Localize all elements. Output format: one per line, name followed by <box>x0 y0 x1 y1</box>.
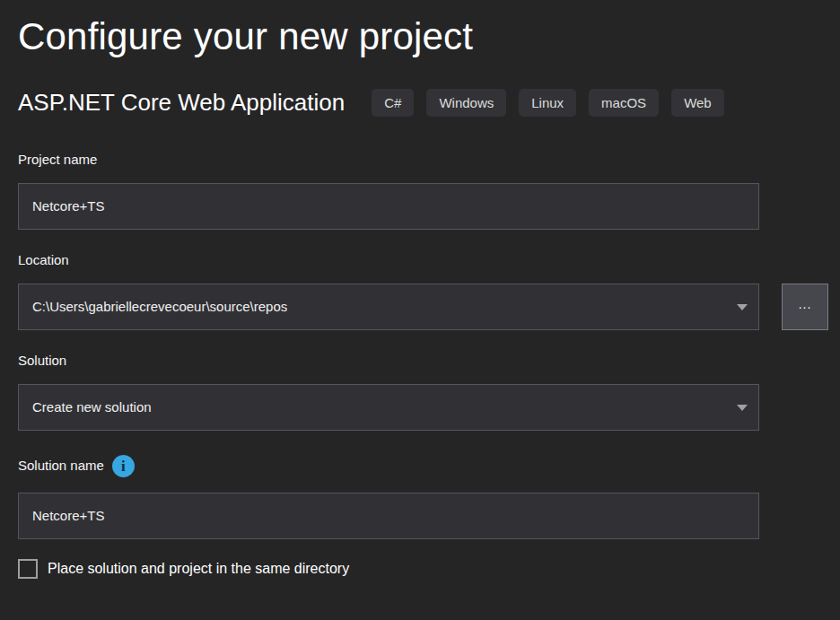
tag-csharp: C# <box>372 89 414 117</box>
same-directory-label[interactable]: Place solution and project in the same d… <box>48 561 349 577</box>
tag-web: Web <box>671 89 724 117</box>
chevron-down-icon[interactable] <box>737 304 748 310</box>
info-icon[interactable]: i <box>112 455 135 477</box>
solution-name-label: Solution name <box>18 458 104 474</box>
location-row: C:\Users\gabriellecrevecoeur\source\repo… <box>18 284 828 330</box>
template-row: ASP.NET Core Web Application C# Windows … <box>18 89 828 118</box>
location-value: C:\Users\gabriellecrevecoeur\source\repo… <box>32 299 287 314</box>
location-label: Location <box>18 252 828 268</box>
same-directory-checkbox[interactable] <box>18 559 38 579</box>
location-combobox[interactable]: C:\Users\gabriellecrevecoeur\source\repo… <box>18 284 759 330</box>
configure-project-dialog: Configure your new project ASP.NET Core … <box>0 0 840 620</box>
project-name-input[interactable] <box>18 183 759 230</box>
same-directory-row: Place solution and project in the same d… <box>18 559 828 579</box>
template-name: ASP.NET Core Web Application <box>18 89 345 117</box>
tag-linux: Linux <box>519 89 576 117</box>
page-title: Configure your new project <box>18 0 828 62</box>
tag-macos: macOS <box>589 89 659 117</box>
solution-name-input[interactable] <box>18 493 759 539</box>
browse-button[interactable]: ... <box>782 284 828 330</box>
solution-row: Create new solution <box>18 384 828 431</box>
solution-label: Solution <box>18 353 828 369</box>
project-name-label: Project name <box>18 152 828 168</box>
chevron-down-icon[interactable] <box>737 405 748 411</box>
solution-combobox[interactable]: Create new solution <box>18 384 759 431</box>
solution-value: Create new solution <box>32 399 152 415</box>
tag-windows: Windows <box>426 89 506 117</box>
solution-name-label-row: Solution name i <box>18 455 828 477</box>
template-tag-list: C# Windows Linux macOS Web <box>372 89 724 117</box>
